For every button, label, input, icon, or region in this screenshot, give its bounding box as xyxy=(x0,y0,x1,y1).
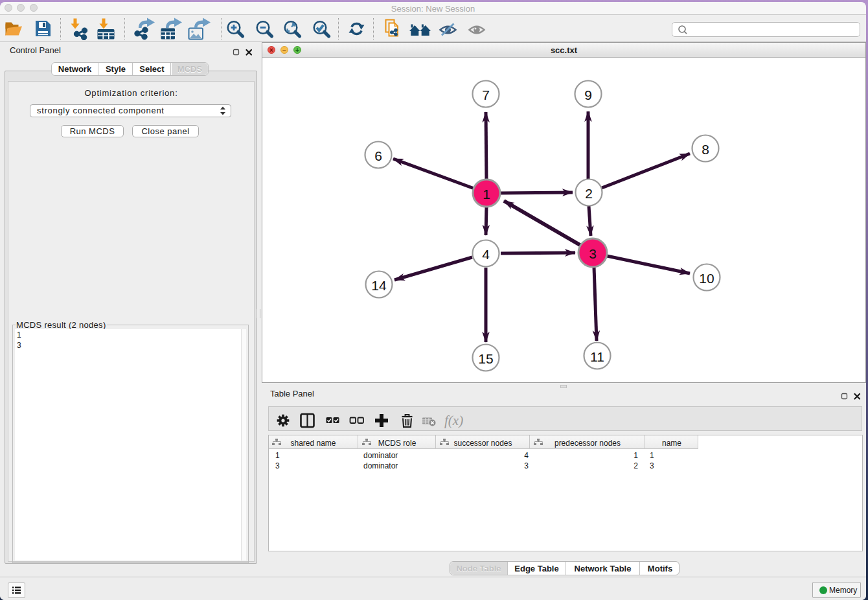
svg-text:14: 14 xyxy=(371,278,387,293)
svg-text:f(x): f(x) xyxy=(444,413,463,428)
svg-text:8: 8 xyxy=(702,142,709,157)
svg-text:2: 2 xyxy=(585,186,593,201)
svg-text:10: 10 xyxy=(699,271,714,286)
svg-text:7: 7 xyxy=(482,87,490,102)
svg-text:3: 3 xyxy=(589,246,597,261)
svg-text:4: 4 xyxy=(482,247,490,262)
svg-text:15: 15 xyxy=(478,351,493,366)
svg-text:11: 11 xyxy=(590,349,604,364)
svg-text:9: 9 xyxy=(584,87,592,102)
svg-text:6: 6 xyxy=(374,148,382,163)
svg-text:1: 1 xyxy=(483,187,490,202)
